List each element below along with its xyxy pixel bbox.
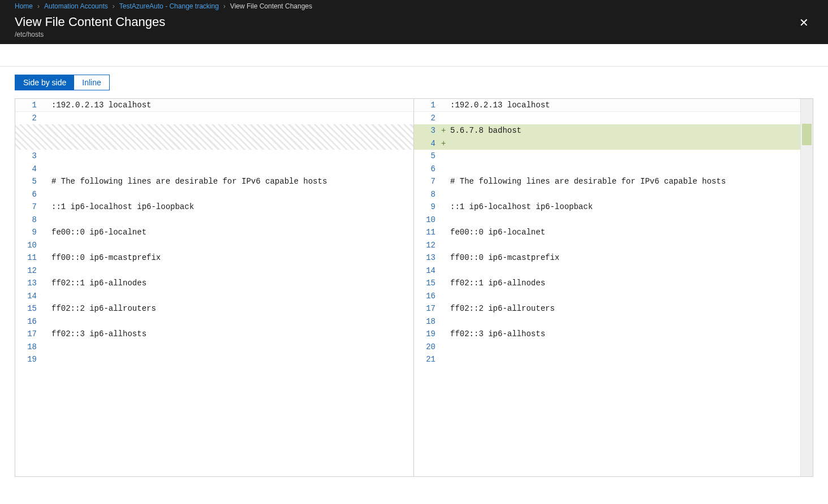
diff-row: 12 bbox=[414, 239, 800, 252]
line-number: 20 bbox=[414, 341, 441, 354]
page-title: View File Content Changes bbox=[15, 15, 165, 29]
diff-row: 2 bbox=[15, 112, 413, 125]
diff-row: 5# The following lines are desirable for… bbox=[15, 175, 413, 188]
diff-row: 4 bbox=[15, 163, 413, 176]
toggle-side-by-side[interactable]: Side by side bbox=[15, 75, 74, 90]
diff-row: 11ff00::0 ip6-mcastprefix bbox=[15, 251, 413, 264]
view-toggle-group: Side by side Inline bbox=[15, 75, 110, 90]
line-number: 6 bbox=[414, 163, 441, 176]
code-text: ff00::0 ip6-mcastprefix bbox=[50, 251, 413, 264]
diff-row: 19ff02::3 ip6-allhosts bbox=[414, 328, 800, 341]
diff-row: 9::1 ip6-localhost ip6-loopback bbox=[414, 201, 800, 214]
code-text: fe00::0 ip6-localnet bbox=[449, 226, 800, 239]
diff-row: 11fe00::0 ip6-localnet bbox=[414, 226, 800, 239]
diff-row: 10 bbox=[414, 214, 800, 227]
diff-row: 19 bbox=[15, 353, 413, 366]
line-number: 1 bbox=[414, 99, 441, 111]
toggle-inline[interactable]: Inline bbox=[74, 75, 109, 90]
code-text: fe00::0 ip6-localnet bbox=[50, 226, 413, 239]
line-number: 3 bbox=[15, 150, 42, 163]
diff-row: 9fe00::0 ip6-localnet bbox=[15, 226, 413, 239]
line-number: 18 bbox=[15, 341, 42, 354]
line-number: 17 bbox=[15, 328, 42, 341]
line-number: 13 bbox=[414, 251, 441, 264]
line-number: 12 bbox=[15, 264, 42, 277]
line-number: 15 bbox=[414, 277, 441, 290]
code-text: :192.0.2.13 localhost bbox=[50, 99, 413, 111]
code-text: ff02::3 ip6-allhosts bbox=[449, 328, 800, 341]
code-text: ff00::0 ip6-mcastprefix bbox=[449, 251, 800, 264]
toolbar: Side by side Inline bbox=[0, 67, 828, 96]
diff-row: 8 bbox=[414, 188, 800, 201]
line-number: 6 bbox=[15, 188, 42, 201]
diff-row: 8 bbox=[15, 214, 413, 227]
line-number: 7 bbox=[15, 201, 42, 214]
divider-strip bbox=[0, 44, 828, 67]
line-number: 17 bbox=[414, 302, 441, 315]
diff-row: 14 bbox=[15, 290, 413, 303]
diff-row: 12 bbox=[15, 264, 413, 277]
line-number: 1 bbox=[15, 99, 42, 111]
overview-change-mark bbox=[802, 124, 812, 145]
diff-row: 7::1 ip6-localhost ip6-loopback bbox=[15, 201, 413, 214]
line-number: 11 bbox=[15, 251, 42, 264]
breadcrumb-sep-icon: › bbox=[113, 2, 115, 10]
line-number: 4 bbox=[414, 137, 441, 150]
diff-row: 17ff02::3 ip6-allhosts bbox=[15, 328, 413, 341]
close-icon[interactable]: ✕ bbox=[795, 15, 813, 31]
diff-row: 1:192.0.2.13 localhost bbox=[414, 99, 800, 112]
code-text: ff02::2 ip6-allrouters bbox=[449, 302, 800, 315]
line-number: 14 bbox=[414, 264, 441, 277]
line-number: 13 bbox=[15, 277, 42, 290]
line-number: 4 bbox=[15, 163, 42, 176]
diff-row: 13ff02::1 ip6-allnodes bbox=[15, 277, 413, 290]
diff-row: 1:192.0.2.13 localhost bbox=[15, 99, 413, 112]
code-text: ff02::1 ip6-allnodes bbox=[449, 277, 800, 290]
line-number: 12 bbox=[414, 239, 441, 252]
diff-row: 3 bbox=[15, 150, 413, 163]
diff-row: 7# The following lines are desirable for… bbox=[414, 175, 800, 188]
line-number: 7 bbox=[414, 175, 441, 188]
diff-viewer: 1:192.0.2.13 localhost2345# The followin… bbox=[15, 98, 813, 477]
diff-row: 2 bbox=[414, 112, 800, 125]
diff-row bbox=[15, 124, 413, 137]
line-number: 19 bbox=[15, 353, 42, 366]
diff-row: 20 bbox=[414, 341, 800, 354]
line-number: 11 bbox=[414, 226, 441, 239]
breadcrumb-current: View File Content Changes bbox=[230, 2, 312, 10]
diff-row: 18 bbox=[15, 341, 413, 354]
breadcrumb-automation-accounts[interactable]: Automation Accounts bbox=[44, 2, 108, 10]
breadcrumb-sep-icon: › bbox=[223, 2, 226, 10]
line-number: 5 bbox=[15, 175, 42, 188]
code-text: ff02::1 ip6-allnodes bbox=[50, 277, 413, 290]
diff-row: 6 bbox=[15, 188, 413, 201]
code-text: :192.0.2.13 localhost bbox=[449, 99, 800, 111]
diff-row: 16 bbox=[414, 290, 800, 303]
diff-pane-modified[interactable]: 1:192.0.2.13 localhost23+5.6.7.8 badhost… bbox=[414, 99, 813, 476]
line-number: 10 bbox=[414, 214, 441, 227]
line-number: 16 bbox=[414, 290, 441, 303]
line-number: 8 bbox=[414, 188, 441, 201]
line-number: 19 bbox=[414, 328, 441, 341]
line-number: 21 bbox=[414, 353, 441, 366]
line-number: 9 bbox=[414, 201, 441, 214]
page-subtitle: /etc/hosts bbox=[15, 31, 165, 38]
line-number: 9 bbox=[15, 226, 42, 239]
breadcrumb-home[interactable]: Home bbox=[15, 2, 33, 10]
overview-ruler[interactable] bbox=[800, 99, 813, 476]
line-number: 18 bbox=[414, 315, 441, 328]
breadcrumb: Home › Automation Accounts › TestAzureAu… bbox=[0, 0, 828, 12]
line-number: 8 bbox=[15, 214, 42, 227]
diff-row: 17ff02::2 ip6-allrouters bbox=[414, 302, 800, 315]
diff-pane-original[interactable]: 1:192.0.2.13 localhost2345# The followin… bbox=[15, 99, 414, 476]
breadcrumb-change-tracking[interactable]: TestAzureAuto - Change tracking bbox=[119, 2, 219, 10]
diff-row bbox=[15, 137, 413, 150]
code-text: ::1 ip6-localhost ip6-loopback bbox=[449, 201, 800, 214]
line-number: 15 bbox=[15, 302, 42, 315]
diff-row: 14 bbox=[414, 264, 800, 277]
diff-op-icon: + bbox=[441, 124, 449, 137]
code-text: # The following lines are desirable for … bbox=[449, 175, 800, 188]
diff-row: 16 bbox=[15, 315, 413, 328]
code-text: ff02::2 ip6-allrouters bbox=[50, 302, 413, 315]
breadcrumb-sep-icon: › bbox=[37, 2, 40, 10]
